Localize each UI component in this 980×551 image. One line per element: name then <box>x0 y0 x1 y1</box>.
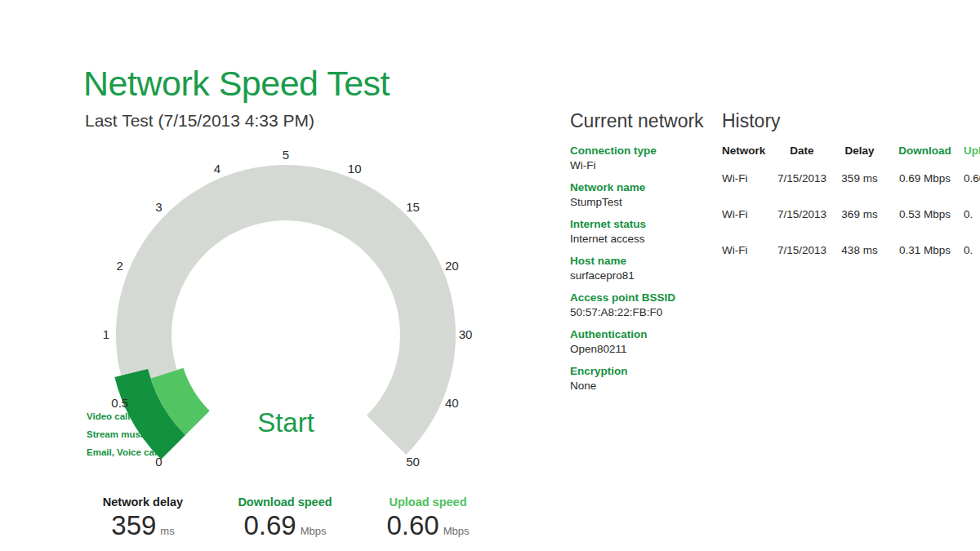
gauge-scale-label: 20 <box>445 259 459 273</box>
history-row: Wi-Fi 7/15/2013 438 ms 0.31 Mbps 0. <box>722 243 980 258</box>
field-label: Authentication <box>570 327 725 342</box>
history-col-date: Date <box>771 144 833 158</box>
history-cell-upload: 0. <box>964 207 980 222</box>
field-value: Internet access <box>570 232 725 247</box>
stat-network-delay-label: Network delay <box>74 495 212 509</box>
field-value: Wi-Fi <box>570 158 725 173</box>
field-label: Network name <box>570 180 725 195</box>
field-value: 50:57:A8:22:FB:F0 <box>570 305 725 320</box>
stat-upload-speed-label: Upload speed <box>359 495 497 509</box>
stat-network-delay-value: 359 <box>111 510 156 540</box>
field-label: Connection type <box>570 144 725 158</box>
history-cell-delay: 359 ms <box>833 171 886 186</box>
gauge-annotation-email-voice: Email, Voice calls <box>87 447 165 457</box>
history-cell-download: 0.69 Mbps <box>886 171 964 186</box>
field-label: Internet status <box>570 217 725 232</box>
field-value: Open80211 <box>570 342 725 357</box>
history-table: Network Date Delay Download Upload Wi-Fi… <box>722 144 980 279</box>
history-cell-date: 7/15/2013 <box>771 207 833 222</box>
page-title: Network Speed Test <box>83 64 390 104</box>
history-cell-upload: 0. <box>964 243 980 258</box>
history-col-download: Download <box>886 144 964 158</box>
gauge-scale-label: 2 <box>117 259 123 273</box>
gauge-scale-label: 3 <box>155 200 162 214</box>
gauge-scale-label: 40 <box>445 396 459 410</box>
current-network-panel: Connection type Wi-Fi Network name Stump… <box>570 144 725 401</box>
history-cell-download: 0.53 Mbps <box>886 207 964 222</box>
field-network-name: Network name StumpTest <box>570 180 725 210</box>
field-encryption: Encryption None <box>570 364 725 393</box>
gauge-scale-label: 30 <box>459 327 473 341</box>
history-cell-network: Wi-Fi <box>722 207 771 222</box>
history-cell-delay: 369 ms <box>833 207 886 222</box>
field-label: Access point BSSID <box>570 291 725 305</box>
history-cell-network: Wi-Fi <box>722 171 771 186</box>
field-value: surfacepro81 <box>570 269 725 283</box>
field-label: Encryption <box>570 364 725 379</box>
history-col-upload: Upload <box>964 144 980 158</box>
field-value: StumpTest <box>570 195 725 210</box>
history-row: Wi-Fi 7/15/2013 359 ms 0.69 Mbps 0.60 Mb… <box>722 171 980 186</box>
field-connection-type: Connection type Wi-Fi <box>570 144 725 173</box>
gauge-scale-label: 5 <box>283 148 289 162</box>
field-host-name: Host name surfacepro81 <box>570 254 725 283</box>
stat-network-delay: Network delay 359ms <box>74 495 212 541</box>
stat-download-speed: Download speed 0.69Mbps <box>216 495 354 541</box>
field-access-point-bssid: Access point BSSID 50:57:A8:22:FB:F0 <box>570 291 725 320</box>
history-title: History <box>722 110 781 132</box>
field-value: None <box>570 379 725 393</box>
stat-download-speed-unit: Mbps <box>301 525 327 537</box>
history-cell-date: 7/15/2013 <box>771 171 833 186</box>
last-test-subtitle: Last Test (7/15/2013 4:33 PM) <box>85 111 314 131</box>
history-row: Wi-Fi 7/15/2013 369 ms 0.53 Mbps 0. <box>722 207 980 222</box>
gauge-scale-label: 4 <box>214 162 220 176</box>
history-col-delay: Delay <box>833 144 886 158</box>
gauge-annotation-video-calls: Video calls <box>87 411 136 421</box>
field-authentication: Authentication Open80211 <box>570 327 725 357</box>
stat-upload-speed-value: 0.60 <box>386 510 439 540</box>
gauge-scale-label: 10 <box>348 162 362 176</box>
gauge-scale-label: 1 <box>103 327 109 341</box>
gauge-scale-label: 0.5 <box>111 396 128 410</box>
history-header-row: Network Date Delay Download Upload <box>722 144 980 158</box>
history-cell-date: 7/15/2013 <box>771 243 833 258</box>
history-cell-delay: 438 ms <box>833 243 886 258</box>
stat-download-speed-value: 0.69 <box>243 510 296 540</box>
gauge-scale-label: 50 <box>406 455 420 469</box>
history-col-network: Network <box>722 144 771 158</box>
history-cell-download: 0.31 Mbps <box>886 243 964 258</box>
gauge-scale-label: 15 <box>406 200 420 214</box>
stat-download-speed-label: Download speed <box>216 495 354 509</box>
stat-upload-speed-unit: Mbps <box>443 525 470 537</box>
start-button[interactable]: Start <box>220 407 351 438</box>
history-cell-network: Wi-Fi <box>722 243 771 258</box>
gauge-annotation-stream-music: Stream music <box>87 429 148 439</box>
current-network-title: Current network <box>570 110 704 132</box>
history-cell-upload: 0.60 Mbps <box>964 171 980 186</box>
stat-upload-speed: Upload speed 0.60Mbps <box>359 495 497 541</box>
stat-network-delay-unit: ms <box>160 525 174 537</box>
field-label: Host name <box>570 254 725 269</box>
field-internet-status: Internet status Internet access <box>570 217 725 247</box>
